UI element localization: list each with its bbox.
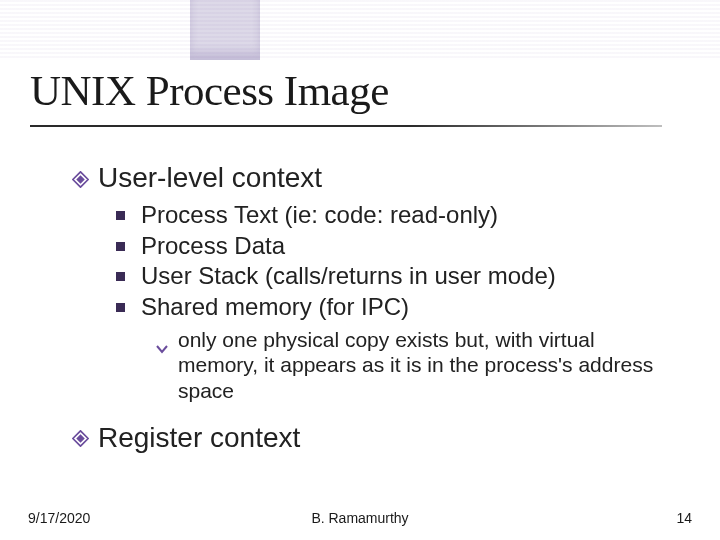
list-item: Process Text (ie: code: read-only)	[116, 200, 680, 231]
list-item-text: Shared memory (for IPC)	[141, 292, 409, 323]
chevron-down-icon	[156, 335, 168, 347]
sub-note-list: only one physical copy exists but, with …	[156, 327, 680, 404]
square-bullet-icon	[116, 272, 125, 281]
section-row: User-level context	[72, 162, 680, 194]
slide-body: User-level context Process Text (ie: cod…	[72, 162, 680, 460]
slide-footer: 9/17/2020 B. Ramamurthy 14	[28, 510, 692, 526]
top-decoration	[0, 0, 720, 60]
slide: UNIX Process Image User-level context Pr…	[0, 0, 720, 540]
svg-marker-1	[76, 175, 85, 184]
footer-author: B. Ramamurthy	[28, 510, 692, 526]
list-item-text: Process Text (ie: code: read-only)	[141, 200, 498, 231]
list-item: Shared memory (for IPC)	[116, 292, 680, 323]
footer-page-number: 14	[676, 510, 692, 526]
svg-marker-3	[76, 434, 85, 443]
square-bullet-icon	[116, 303, 125, 312]
diamond-bullet-icon	[72, 171, 89, 188]
sub-note-item: only one physical copy exists but, with …	[156, 327, 680, 404]
section-label: Register context	[98, 422, 300, 454]
section-label: User-level context	[98, 162, 322, 194]
list-item: Process Data	[116, 231, 680, 262]
footer-date: 9/17/2020	[28, 510, 90, 526]
list-item-text: Process Data	[141, 231, 285, 262]
slide-title: UNIX Process Image	[30, 66, 690, 115]
section-row: Register context	[72, 422, 680, 454]
square-bullet-icon	[116, 242, 125, 251]
bullet-list: Process Text (ie: code: read-only) Proce…	[116, 200, 680, 323]
title-area: UNIX Process Image	[30, 66, 690, 127]
title-underline	[30, 125, 662, 127]
diamond-bullet-icon	[72, 430, 89, 447]
top-decoration-block	[190, 0, 260, 60]
square-bullet-icon	[116, 211, 125, 220]
list-item-text: User Stack (calls/returns in user mode)	[141, 261, 556, 292]
list-item: User Stack (calls/returns in user mode)	[116, 261, 680, 292]
sub-note-text: only one physical copy exists but, with …	[178, 327, 680, 404]
